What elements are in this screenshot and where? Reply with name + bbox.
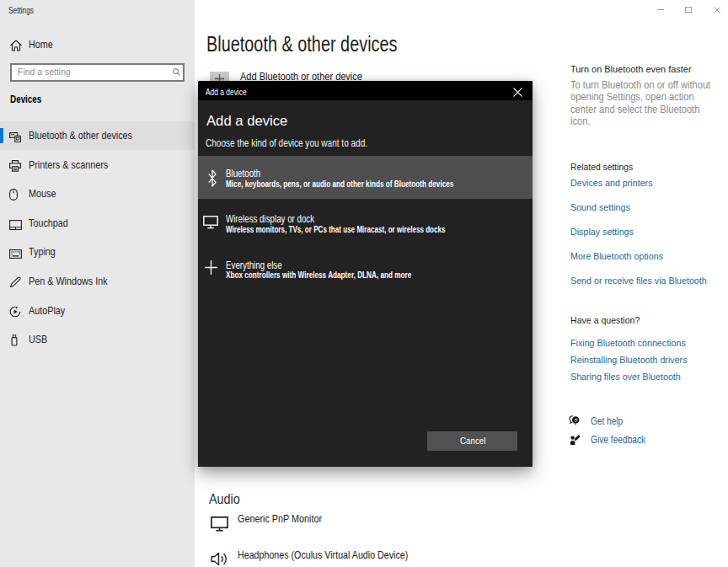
svg-text:?: ? xyxy=(575,416,578,422)
